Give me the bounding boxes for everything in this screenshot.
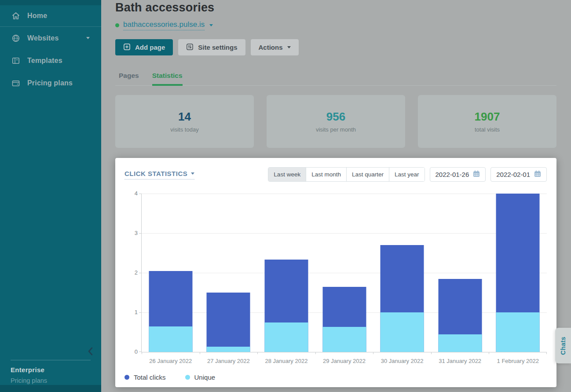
x-axis-label: 29 January 2022: [315, 358, 373, 364]
stat-card-total-visits: 1907total visits: [418, 95, 556, 148]
x-axis-label: 27 January 2022: [200, 358, 258, 364]
sidebar-footer-divider: [11, 360, 91, 360]
stat-label: visits today: [170, 126, 198, 133]
x-axis-label: 31 January 2022: [431, 358, 489, 364]
globe-icon: [11, 34, 20, 43]
site-settings-button[interactable]: Site settings: [178, 39, 245, 55]
chart-legend: Total clicksUnique: [124, 374, 547, 381]
chart-bar-slot: [489, 194, 547, 352]
add-page-button[interactable]: Add page: [115, 39, 173, 55]
stat-value: 956: [326, 110, 345, 124]
tabs: PagesStatistics: [115, 72, 556, 86]
sidebar-item-label: Websites: [27, 34, 59, 42]
range-button-last-quarter[interactable]: Last quarter: [347, 168, 389, 181]
sidebar-item-home[interactable]: Home: [0, 5, 101, 26]
actions-label: Actions: [259, 44, 283, 51]
range-button-last-month[interactable]: Last month: [306, 168, 347, 181]
date-to-value: 2022-02-01: [496, 171, 530, 178]
sidebar-bottom-strip: [0, 385, 101, 392]
date-from-value: 2022-01-26: [436, 171, 469, 178]
chart-plot: 0123426 January 202227 January 202228 Ja…: [141, 194, 547, 352]
actions-button[interactable]: Actions: [251, 39, 299, 55]
range-button-last-week[interactable]: Last week: [268, 168, 306, 181]
chart-bar-slot: [431, 194, 489, 352]
tab-pages[interactable]: Pages: [119, 72, 139, 85]
bar-segment-total-clicks: [207, 293, 250, 352]
chart-bar-slot: [373, 194, 431, 352]
chevron-down-icon: [287, 46, 291, 48]
x-axis-label: 26 January 2022: [142, 358, 200, 364]
sidebar-item-label: Templates: [27, 57, 62, 65]
click-statistics-panel: CLICK STATISTICS Last weekLast monthLast…: [115, 158, 556, 387]
stat-card-visits-today: 14visits today: [115, 95, 254, 148]
plus-square-icon: [123, 43, 131, 52]
chevron-down-icon[interactable]: [209, 24, 213, 26]
sidebar: HomeWebsitesTemplatesPricing plans Enter…: [0, 0, 101, 392]
y-axis-label: 4: [135, 190, 138, 197]
sidebar-item-templates[interactable]: Templates: [0, 49, 101, 72]
tab-statistics[interactable]: Statistics: [152, 72, 183, 85]
plan-pricing-link[interactable]: Pricing plans: [10, 377, 92, 384]
chart: 0123426 January 202227 January 202228 Ja…: [132, 194, 547, 352]
calendar-icon: [534, 170, 541, 179]
stat-card-visits-per-month: 956visits per month: [267, 95, 405, 148]
sidebar-item-label: Home: [27, 12, 47, 20]
legend-item-unique[interactable]: Unique: [185, 374, 216, 381]
legend-label: Unique: [194, 374, 216, 381]
y-axis-label: 0: [135, 348, 138, 355]
click-statistics-dropdown[interactable]: CLICK STATISTICS: [124, 170, 194, 180]
x-axis-label: 30 January 2022: [373, 358, 431, 364]
chart-bar-slot: [257, 194, 315, 352]
chats-tab-label: Chats: [560, 337, 567, 355]
chart-bar-slot: [315, 194, 373, 352]
y-axis-label: 2: [135, 269, 138, 276]
range-button-group: Last weekLast monthLast quarterLast year: [268, 167, 425, 182]
y-axis-label: 3: [135, 230, 138, 236]
calendar-icon: [473, 170, 480, 179]
add-page-label: Add page: [135, 44, 165, 51]
home-icon: [11, 11, 20, 20]
bar-segment-unique: [322, 327, 366, 352]
stat-label: visits per month: [316, 126, 356, 133]
sidebar-item-pricing-plans[interactable]: Pricing plans: [0, 72, 101, 94]
stat-cards-row: 14visits today956visits per month1907tot…: [115, 95, 556, 148]
x-axis-label: 28 January 2022: [257, 358, 315, 364]
bar-segment-unique: [496, 312, 540, 352]
sliders-icon: [186, 43, 194, 52]
main-content: Bath accessories bathaccessories.pulse.i…: [101, 0, 571, 392]
x-axis-label: 1 February 2022: [489, 358, 547, 364]
bar-segment-unique: [438, 334, 482, 352]
chart-controls: Last weekLast monthLast quarterLast year…: [268, 167, 547, 182]
sidebar-collapse-button[interactable]: [10, 347, 93, 357]
sidebar-top-strip: [0, 0, 101, 5]
chart-bar-slot: [142, 194, 200, 352]
chats-tab[interactable]: Chats: [555, 328, 571, 363]
site-settings-label: Site settings: [198, 44, 237, 51]
chevron-left-icon: [88, 349, 93, 357]
panel-header: CLICK STATISTICS Last weekLast monthLast…: [124, 167, 547, 182]
sidebar-footer: Enterprise Pricing plans: [0, 347, 101, 384]
sidebar-nav: HomeWebsitesTemplatesPricing plans: [0, 5, 101, 94]
toolbar: Add page Site settings Actions: [115, 39, 556, 55]
site-status-dot: [115, 23, 119, 27]
stat-value: 1907: [475, 110, 500, 124]
range-button-last-year[interactable]: Last year: [389, 168, 425, 181]
chevron-down-icon: [191, 172, 194, 175]
panel-title-label: CLICK STATISTICS: [124, 170, 187, 177]
stat-label: total visits: [475, 126, 500, 133]
stat-value: 14: [178, 110, 191, 124]
templates-icon: [11, 56, 20, 65]
bar-segment-unique: [381, 312, 424, 352]
x-axis-labels: 26 January 202227 January 202228 January…: [142, 352, 547, 364]
bar-segment-unique: [149, 326, 192, 352]
sidebar-item-websites[interactable]: Websites: [0, 27, 101, 49]
legend-label: Total clicks: [134, 374, 166, 381]
bar-segment-unique: [264, 322, 308, 352]
date-to-input[interactable]: 2022-02-01: [490, 167, 547, 182]
wallet-icon: [11, 79, 20, 88]
chevron-down-icon: [86, 37, 90, 39]
date-from-input[interactable]: 2022-01-26: [430, 167, 486, 182]
site-url-link[interactable]: bathaccessories.pulse.is: [123, 20, 205, 30]
legend-item-total-clicks[interactable]: Total clicks: [124, 374, 166, 381]
legend-dot: [124, 375, 129, 380]
